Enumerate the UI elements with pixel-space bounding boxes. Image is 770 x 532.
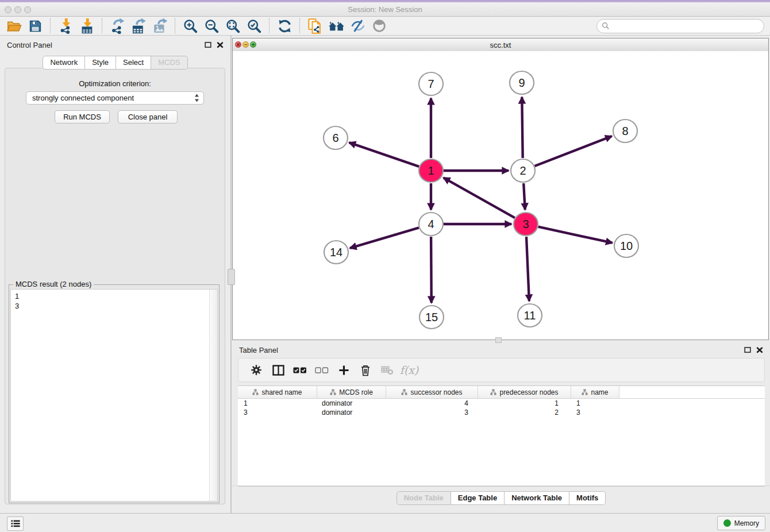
cell-successor-nodes[interactable]: 3 [386, 408, 478, 417]
network-canvas[interactable]: 7968124314101511 [233, 51, 768, 340]
toolbar-separator [299, 18, 301, 33]
show-column-panel-button[interactable] [267, 360, 289, 380]
column-header-successor-nodes[interactable]: successor nodes [386, 386, 478, 398]
mcds-result-textarea[interactable]: 13 [10, 289, 218, 502]
edge-3-1[interactable] [444, 178, 515, 218]
network-window-titlebar[interactable]: scc.txt [233, 38, 768, 52]
edge-2-8[interactable] [535, 136, 612, 166]
edge-2-9[interactable] [522, 97, 522, 158]
close-panel-icon[interactable] [217, 41, 224, 48]
mcds-result-title: MCDS result (2 nodes) [13, 280, 94, 288]
criterion-dropdown[interactable]: strongly connected component [26, 91, 204, 105]
zoom-selected-icon [247, 18, 262, 34]
cell-predecessor-nodes[interactable]: 1 [478, 399, 571, 407]
column-type-icon [582, 389, 588, 395]
column-header-shared-name[interactable]: shared name [238, 386, 317, 398]
memory-button[interactable]: Memory [717, 516, 765, 530]
refresh-button[interactable] [274, 17, 295, 34]
node-label-1: 1 [428, 164, 434, 177]
table-settings-button[interactable] [245, 360, 267, 380]
clone-network-button[interactable] [305, 17, 326, 34]
search-field[interactable] [596, 19, 764, 33]
toolbar-separator [50, 18, 51, 33]
zoom-out-icon [204, 18, 220, 34]
column-header-predecessor-nodes[interactable]: predecessor nodes [478, 386, 571, 398]
column-header-filler [619, 386, 765, 398]
create-column-button[interactable] [333, 360, 355, 380]
table-tab-node-table[interactable]: Node Table [396, 491, 451, 505]
horizontal-splitter-handle[interactable] [495, 337, 502, 343]
save-icon [28, 19, 43, 33]
search-input[interactable] [613, 21, 764, 31]
cell-name[interactable]: 1 [571, 399, 619, 407]
table-tab-motifs[interactable]: Motifs [569, 491, 606, 505]
dropdown-chevrons-icon [194, 94, 199, 102]
table-row[interactable]: 3dominator323 [238, 408, 765, 417]
zoom-fit-icon [225, 18, 241, 34]
tab-network[interactable]: Network [43, 56, 85, 70]
export-network-button[interactable] [107, 17, 128, 34]
edge-4-15[interactable] [431, 237, 432, 303]
edge-2-3[interactable] [523, 183, 525, 210]
import-table-button[interactable] [76, 17, 98, 34]
task-history-button[interactable] [7, 516, 24, 531]
tab-select[interactable]: Select [116, 56, 151, 70]
column-type-icon [490, 389, 496, 395]
trash-icon [360, 364, 371, 376]
zoom-in-button[interactable] [180, 17, 201, 34]
edge-1-6[interactable] [349, 142, 419, 167]
result-scrollbar[interactable] [209, 290, 217, 501]
float-panel-icon[interactable] [744, 346, 751, 353]
open-folder-button[interactable] [3, 17, 25, 34]
edge-3-11[interactable] [526, 237, 529, 301]
eye-slash-icon [350, 18, 366, 34]
delete-table-button[interactable] [376, 360, 398, 380]
export-table-button[interactable] [128, 17, 149, 34]
hide-details-button[interactable] [347, 17, 368, 34]
node-label-2: 2 [519, 164, 526, 177]
zoom-out-button[interactable] [201, 17, 222, 34]
column-header-label: successor nodes [410, 388, 462, 396]
cell-MCDS-role[interactable]: dominator [317, 399, 386, 407]
unselect-all-columns-button[interactable] [311, 360, 333, 380]
toolbar-separator [175, 18, 176, 33]
node-table[interactable]: shared nameMCDS rolesuccessor nodesprede… [238, 385, 765, 487]
node-label-3: 3 [522, 218, 529, 230]
table-tab-network-table[interactable]: Network Table [505, 491, 569, 505]
close-panel-icon[interactable] [756, 346, 763, 353]
save-session-button[interactable] [25, 17, 46, 34]
delete-column-button[interactable] [355, 360, 376, 380]
cell-successor-nodes[interactable]: 4 [386, 399, 478, 407]
column-header-label: name [591, 388, 608, 396]
cell-MCDS-role[interactable]: dominator [317, 408, 386, 417]
table-tab-edge-table[interactable]: Edge Table [451, 491, 505, 505]
edge-3-10[interactable] [538, 227, 613, 243]
zoom-fit-button[interactable] [222, 17, 244, 34]
float-panel-icon[interactable] [205, 41, 211, 48]
cell-predecessor-nodes[interactable]: 2 [478, 408, 571, 417]
column-header-MCDS-role[interactable]: MCDS role [317, 386, 386, 398]
columns-icon [272, 365, 284, 376]
run-mcds-button[interactable]: Run MCDS [55, 110, 110, 124]
node-label-14: 14 [330, 246, 342, 259]
select-all-columns-button[interactable] [289, 360, 311, 380]
table-row[interactable]: 1dominator411 [238, 399, 765, 408]
cell-shared-name[interactable]: 3 [238, 408, 317, 417]
close-panel-button[interactable]: Close panel [118, 110, 178, 124]
search-icon [602, 22, 610, 30]
edge-4-14[interactable] [350, 228, 419, 248]
import-network-button[interactable] [55, 17, 76, 34]
gear-icon [251, 364, 262, 376]
tab-mcds[interactable]: MCDS [151, 56, 187, 70]
neighbors-button[interactable] [326, 17, 347, 34]
cell-shared-name[interactable]: 1 [238, 399, 317, 407]
cell-name[interactable]: 3 [571, 408, 619, 417]
export-image-button[interactable] [149, 17, 171, 34]
tab-style[interactable]: Style [85, 56, 116, 70]
column-header-name[interactable]: name [571, 386, 619, 398]
main-toolbar [0, 17, 770, 36]
vertical-splitter-handle[interactable] [228, 269, 235, 285]
zoom-selected-button[interactable] [244, 17, 265, 34]
function-builder-button[interactable]: f(x) [398, 360, 420, 380]
birdseye-button[interactable] [368, 17, 390, 34]
